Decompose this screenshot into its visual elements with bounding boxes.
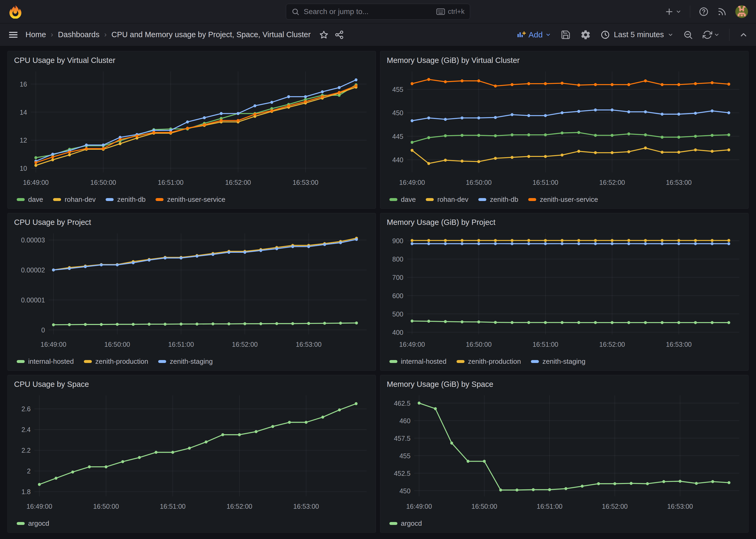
legend-item-argocd[interactable]: argocd — [17, 519, 49, 528]
legend-swatch — [17, 198, 25, 201]
svg-text:16:52:00: 16:52:00 — [232, 341, 258, 348]
plus-icon — [664, 7, 674, 17]
svg-text:16:51:00: 16:51:00 — [532, 341, 558, 348]
chart-canvas[interactable]: 16:49:0016:50:0016:51:0016:52:0016:53:00… — [14, 228, 369, 356]
panel-title[interactable]: Memory Usage (GiB) by Virtual Cluster — [387, 56, 742, 65]
svg-text:16:51:00: 16:51:00 — [158, 179, 183, 186]
panel-cpu-by-space: CPU Usage by Space16:49:0016:50:0016:51:… — [7, 375, 376, 533]
chart-canvas[interactable]: 16:49:0016:50:0016:51:0016:52:0016:53:00… — [14, 66, 369, 194]
legend-item-zenith-db[interactable]: zenith-db — [478, 195, 518, 204]
legend-swatch — [389, 360, 397, 363]
legend-swatch — [17, 360, 25, 363]
legend-label: zenith-db — [117, 195, 146, 204]
legend-item-zenith-user-service[interactable]: zenith-user-service — [156, 195, 225, 204]
legend-item-rohan-dev[interactable]: rohan-dev — [53, 195, 96, 204]
legend-item-dave[interactable]: dave — [389, 195, 416, 204]
legend-item-argocd[interactable]: argocd — [389, 519, 422, 528]
legend-item-dave[interactable]: dave — [17, 195, 43, 204]
save-icon — [561, 30, 571, 40]
legend: internal-hostedzenith-productionzenith-s… — [387, 356, 742, 368]
legend-label: zenith-db — [490, 195, 518, 204]
save-button[interactable] — [561, 30, 571, 40]
refresh-button[interactable] — [703, 30, 720, 39]
panel-title[interactable]: CPU Usage by Virtual Cluster — [14, 56, 369, 65]
menu-button[interactable] — [8, 30, 19, 40]
breadcrumb-home[interactable]: Home — [26, 30, 46, 39]
legend-label: zenith-production — [468, 357, 521, 366]
svg-text:445: 445 — [392, 132, 403, 140]
legend-swatch — [158, 360, 166, 363]
zoom-out-button[interactable] — [683, 30, 693, 40]
chevron-down-icon — [668, 32, 673, 38]
chart-canvas[interactable]: 16:49:0016:50:0016:51:0016:52:0016:53:00… — [14, 390, 369, 518]
svg-text:0.00001: 0.00001 — [21, 296, 45, 304]
legend-item-internal-hosted[interactable]: internal-hosted — [17, 357, 74, 366]
svg-text:16:53:00: 16:53:00 — [667, 502, 693, 510]
svg-text:400: 400 — [392, 329, 403, 336]
svg-text:16:52:00: 16:52:00 — [602, 502, 628, 510]
new-menu-button[interactable] — [664, 7, 681, 17]
svg-text:16:50:00: 16:50:00 — [466, 179, 492, 186]
legend-swatch — [528, 198, 536, 201]
legend-item-zenith-staging[interactable]: zenith-staging — [531, 357, 585, 366]
help-button[interactable] — [699, 7, 709, 17]
chevron-right-icon: › — [51, 31, 53, 39]
share-button[interactable] — [334, 30, 344, 39]
legend-label: zenith-staging — [170, 357, 213, 366]
avatar[interactable] — [735, 5, 748, 18]
keyboard-icon — [436, 8, 445, 15]
time-range-picker[interactable]: Last 5 minutes — [600, 30, 673, 39]
legend-swatch — [156, 198, 164, 201]
chevron-down-icon — [676, 9, 681, 15]
svg-text:12: 12 — [20, 136, 27, 144]
clock-icon — [600, 30, 610, 39]
svg-text:16:50:00: 16:50:00 — [90, 179, 116, 186]
chart-canvas[interactable]: 16:49:0016:50:0016:51:0016:52:0016:53:00… — [387, 66, 742, 194]
panel-title[interactable]: Memory Usage (GiB) by Project — [387, 218, 742, 227]
settings-button[interactable] — [580, 30, 591, 40]
dashboard-toolbar: Home › Dashboards › CPU and Memory usage… — [0, 23, 756, 46]
add-button[interactable]: Add — [516, 30, 551, 39]
add-label: Add — [528, 30, 543, 39]
svg-text:16:49:00: 16:49:00 — [23, 179, 48, 186]
legend: daverohan-devzenith-dbzenith-user-servic… — [387, 194, 742, 206]
legend-item-zenith-staging[interactable]: zenith-staging — [158, 357, 213, 366]
chart-canvas[interactable]: 16:49:0016:50:0016:51:0016:52:0016:53:00… — [387, 390, 742, 518]
svg-text:16:51:00: 16:51:00 — [160, 502, 185, 510]
legend-swatch — [426, 198, 434, 201]
svg-text:14: 14 — [20, 108, 27, 116]
legend-swatch — [456, 360, 464, 363]
chart-canvas[interactable]: 16:49:0016:50:0016:51:0016:52:0016:53:00… — [387, 228, 742, 356]
legend-swatch — [389, 198, 397, 201]
favorite-button[interactable] — [319, 30, 329, 39]
svg-text:0.00003: 0.00003 — [21, 236, 45, 244]
svg-text:16:51:00: 16:51:00 — [168, 341, 194, 348]
legend-item-internal-hosted[interactable]: internal-hosted — [389, 357, 447, 366]
svg-text:452.5: 452.5 — [394, 469, 410, 477]
svg-text:16:52:00: 16:52:00 — [227, 502, 252, 510]
svg-text:462.5: 462.5 — [394, 399, 410, 407]
panel-title[interactable]: Memory Usage (GiB) by Space — [387, 380, 742, 389]
panel-title[interactable]: CPU Usage by Project — [14, 218, 369, 227]
legend-item-zenith-production[interactable]: zenith-production — [84, 357, 148, 366]
star-icon — [319, 30, 329, 39]
legend-swatch — [389, 522, 397, 525]
collapse-button[interactable] — [739, 30, 748, 39]
legend-item-zenith-user-service[interactable]: zenith-user-service — [528, 195, 598, 204]
search-input[interactable]: Search or jump to... ctrl+k — [286, 4, 470, 20]
grafana-logo[interactable] — [8, 4, 23, 19]
legend-item-zenith-production[interactable]: zenith-production — [456, 357, 521, 366]
time-range-label: Last 5 minutes — [614, 30, 664, 39]
legend-item-rohan-dev[interactable]: rohan-dev — [426, 195, 468, 204]
refresh-icon — [703, 30, 712, 39]
panel-grid: CPU Usage by Virtual Cluster16:49:0016:5… — [0, 46, 756, 537]
panel-title[interactable]: CPU Usage by Space — [14, 380, 369, 389]
svg-text:16:50:00: 16:50:00 — [466, 341, 492, 348]
legend-swatch — [53, 198, 61, 201]
breadcrumb-dashboards[interactable]: Dashboards — [58, 30, 99, 39]
svg-text:600: 600 — [392, 292, 403, 299]
legend-label: argocd — [28, 519, 49, 528]
legend-label: dave — [401, 195, 416, 204]
legend-item-zenith-db[interactable]: zenith-db — [105, 195, 146, 204]
news-button[interactable] — [717, 7, 727, 17]
